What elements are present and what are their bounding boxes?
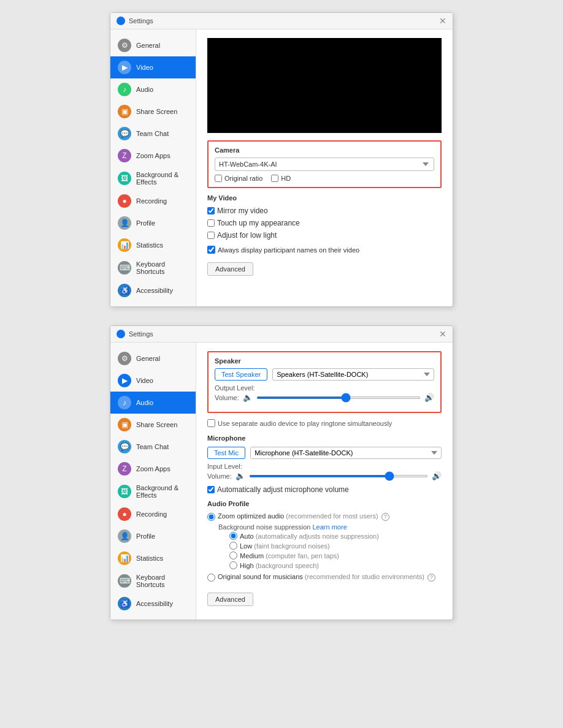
sidebar-item-general-1[interactable]: ⚙ General — [110, 34, 196, 56]
mirror-checkbox-item[interactable]: Mirror my video — [207, 207, 442, 215]
original-sound-radio-item[interactable]: Original sound for musicians (recommende… — [207, 573, 442, 582]
always-display-row[interactable]: Always display participant names on thei… — [207, 246, 442, 254]
sidebar-item-background-2[interactable]: 🖼 Background & Effects — [110, 480, 196, 503]
teamchat-icon-2: 💬 — [118, 440, 131, 453]
medium-noise-option[interactable]: Medium (computer fan, pen taps) — [229, 552, 442, 559]
original-ratio-checkbox-item[interactable]: Original ratio — [215, 175, 262, 182]
mirror-label: Mirror my video — [217, 207, 268, 215]
auto-adjust-row[interactable]: Automatically adjust microphone volume — [207, 485, 442, 494]
sidebar-item-zoomapps-1[interactable]: Z Zoom Apps — [110, 145, 196, 167]
camera-device-select[interactable]: HT-WebCam-4K-AI — [215, 157, 434, 171]
profile-icon-2: 👤 — [118, 529, 131, 543]
test-mic-button[interactable]: Test Mic — [207, 447, 245, 459]
keyboard-icon-2: ⌨ — [118, 574, 131, 588]
touch-checkbox[interactable] — [207, 219, 215, 227]
sidebar-item-statistics-2[interactable]: 📊 Statistics — [110, 547, 196, 569]
hd-label: HD — [281, 175, 291, 182]
video-preview — [207, 38, 442, 133]
advanced-button-2[interactable]: Advanced — [207, 593, 253, 606]
sidebar-item-teamchat-1[interactable]: 💬 Team Chat — [110, 123, 196, 145]
sidebar-item-video-1[interactable]: ▶ Video — [110, 56, 196, 78]
sidebar-item-audio-1[interactable]: ♪ Audio — [110, 78, 196, 100]
high-noise-radio[interactable] — [229, 561, 237, 569]
mic-volume-slider[interactable] — [249, 475, 428, 477]
low-light-checkbox[interactable] — [207, 232, 215, 239]
screen-icon-2: ▣ — [118, 418, 131, 431]
sidebar-label-accessibility-1: Accessibility — [136, 287, 173, 294]
sidebar-item-accessibility-1[interactable]: ♿ Accessibility — [110, 279, 196, 301]
sidebar-item-video-2[interactable]: ▶ Video — [110, 370, 196, 392]
sidebar-label-background-1: Background & Effects — [136, 171, 188, 186]
sidebar-item-recording-1[interactable]: ● Recording — [110, 190, 196, 212]
test-speaker-button[interactable]: Test Speaker — [215, 368, 267, 381]
always-display-checkbox[interactable] — [207, 246, 215, 254]
my-video-section: My Video Mirror my video Touch up my app… — [207, 194, 442, 240]
mirror-checkbox[interactable] — [207, 207, 215, 214]
sidebar-label-statistics-1: Statistics — [136, 241, 163, 249]
keyboard-icon-1: ⌨ — [118, 261, 131, 275]
medium-noise-radio[interactable] — [229, 552, 237, 559]
sidebar-item-share-2[interactable]: ▣ Share Screen — [110, 414, 196, 436]
sidebar-item-share-1[interactable]: ▣ Share Screen — [110, 100, 196, 123]
separate-audio-row[interactable]: Use separate audio device to play ringto… — [207, 419, 442, 427]
hd-checkbox[interactable] — [271, 175, 278, 182]
zoom-optimized-radio[interactable] — [207, 513, 215, 521]
speaker-device-select[interactable]: Speakers (HT-Satellite-DOCK) — [272, 368, 434, 381]
teamchat-icon-1: 💬 — [118, 127, 131, 140]
sidebar-item-statistics-1[interactable]: 📊 Statistics — [110, 234, 196, 256]
zoom-icon-1 — [117, 17, 125, 25]
high-noise-option[interactable]: High (background speech) — [229, 561, 442, 569]
sidebar-label-profile-2: Profile — [136, 533, 155, 540]
auto-noise-option[interactable]: Auto (automatically adjusts noise suppre… — [229, 532, 442, 540]
low-noise-option[interactable]: Low (faint background noises) — [229, 542, 442, 550]
auto-noise-radio[interactable] — [229, 532, 237, 540]
title-bar-left-1: Settings — [117, 17, 153, 25]
title-bar-2: Settings ✕ — [110, 326, 453, 343]
original-ratio-label: Original ratio — [224, 175, 262, 182]
medium-noise-label: Medium (computer fan, pen taps) — [240, 552, 339, 559]
zoom-optimized-help-icon[interactable]: ? — [381, 513, 389, 521]
sidebar-item-profile-1[interactable]: 👤 Profile — [110, 212, 196, 234]
sidebar-label-zoomapps-2: Zoom Apps — [136, 465, 170, 472]
mic-max-icon: 🔊 — [432, 471, 442, 480]
sidebar-item-keyboard-2[interactable]: ⌨ Keyboard Shortcuts — [110, 569, 196, 593]
sidebar-item-audio-2[interactable]: ♪ Audio — [110, 392, 196, 414]
sidebar-label-video-2: Video — [136, 377, 153, 384]
separate-audio-checkbox[interactable] — [207, 419, 215, 427]
low-light-checkbox-item[interactable]: Adjust for low light — [207, 231, 442, 240]
zoom-optimized-radio-item[interactable]: Zoom optimized audio (recommended for mo… — [207, 512, 442, 521]
camera-section-box: Camera HT-WebCam-4K-AI Original ratio HD — [207, 140, 442, 188]
sidebar-item-general-2[interactable]: ⚙ General — [110, 347, 196, 370]
sidebar-item-accessibility-2[interactable]: ♿ Accessibility — [110, 593, 196, 615]
zoomapps-icon-2: Z — [118, 462, 131, 476]
sidebar-label-keyboard-2: Keyboard Shortcuts — [136, 574, 188, 588]
video-icon-2: ▶ — [118, 374, 131, 387]
sidebar-item-recording-2[interactable]: ● Recording — [110, 503, 196, 525]
audio-icon-2: ♪ — [118, 396, 131, 409]
close-button-1[interactable]: ✕ — [439, 17, 446, 25]
speaker-volume-slider[interactable] — [256, 396, 421, 399]
touch-checkbox-item[interactable]: Touch up my appearance — [207, 219, 442, 227]
mic-volume-row: Volume: 🔈 🔊 — [207, 471, 442, 480]
original-sound-help-icon[interactable]: ? — [427, 574, 435, 582]
original-sound-radio[interactable] — [207, 574, 215, 582]
sidebar-item-teamchat-2[interactable]: 💬 Team Chat — [110, 436, 196, 458]
learn-more-link[interactable]: Learn more — [313, 523, 347, 531]
mic-device-select[interactable]: Microphone (HT-Satellite-DOCK) — [250, 447, 442, 459]
sidebar-item-background-1[interactable]: 🖼 Background & Effects — [110, 167, 196, 190]
separate-audio-label: Use separate audio device to play ringto… — [218, 420, 392, 427]
speaker-section-label: Speaker — [215, 357, 434, 365]
sidebar-item-zoomapps-2[interactable]: Z Zoom Apps — [110, 458, 196, 480]
hd-checkbox-item[interactable]: HD — [271, 175, 291, 182]
sidebar-item-profile-2[interactable]: 👤 Profile — [110, 525, 196, 547]
bg-noise-sub: Background noise suppression Learn more … — [218, 523, 442, 569]
original-ratio-checkbox[interactable] — [215, 175, 222, 182]
window-body-2: ⚙ General ▶ Video ♪ Audio ▣ Share Screen… — [110, 343, 453, 620]
close-button-2[interactable]: ✕ — [439, 330, 446, 338]
recording-icon-1: ● — [118, 194, 131, 208]
low-noise-radio[interactable] — [229, 542, 237, 550]
general-icon-2: ⚙ — [118, 352, 131, 365]
advanced-button-1[interactable]: Advanced — [207, 262, 253, 276]
auto-adjust-checkbox[interactable] — [207, 486, 215, 493]
sidebar-item-keyboard-1[interactable]: ⌨ Keyboard Shortcuts — [110, 256, 196, 279]
